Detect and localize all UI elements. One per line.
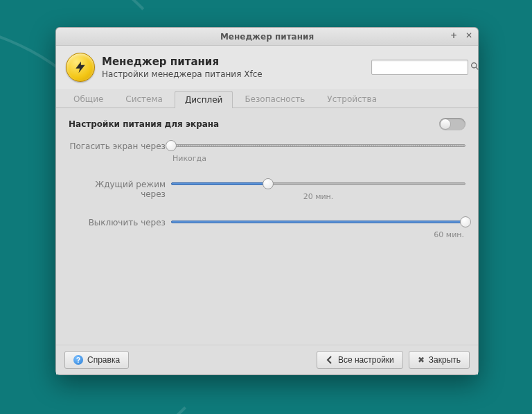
header-title: Менеджер питания <box>102 55 364 68</box>
blank-screen-value: Никогда <box>171 154 466 163</box>
content-area: Настройки питания для экрана Погасить эк… <box>56 108 478 345</box>
window-title: Менеджер питания <box>220 32 314 42</box>
help-icon: ? <box>73 355 83 365</box>
tab-security[interactable]: Безопасность <box>234 90 315 107</box>
header-subtitle: Настройки менеджера питания Xfce <box>102 69 364 79</box>
tab-system[interactable]: Система <box>115 90 173 107</box>
all-settings-button[interactable]: Все настройки <box>317 351 403 369</box>
svg-line-1 <box>476 67 478 69</box>
titlebar[interactable]: Менеджер питания + ✕ <box>56 28 478 46</box>
search-icon <box>470 62 479 73</box>
blank-screen-slider[interactable] <box>171 140 466 151</box>
suspend-value: 20 мин. <box>171 192 466 201</box>
suspend-slider[interactable] <box>171 178 466 189</box>
close-button[interactable]: ✖ Закрыть <box>409 351 470 369</box>
blank-screen-label: Погасить экран через <box>69 140 171 151</box>
power-manager-window: Менеджер питания + ✕ Менеджер питания На… <box>55 27 479 375</box>
toggle-knob <box>440 119 451 130</box>
help-label: Справка <box>87 355 120 365</box>
power-bolt-icon <box>66 53 95 82</box>
close-window-button[interactable]: ✕ <box>464 31 474 40</box>
tabbar: Общие Система Дисплей Безопасность Устро… <box>56 89 478 108</box>
off-slider[interactable] <box>171 216 466 227</box>
all-settings-label: Все настройки <box>338 355 394 365</box>
header: Менеджер питания Настройки менеджера пит… <box>56 46 478 89</box>
search-field[interactable] <box>375 63 470 71</box>
display-power-toggle[interactable] <box>439 118 466 130</box>
close-icon: ✖ <box>418 355 425 365</box>
back-arrow-icon <box>326 356 334 364</box>
suspend-label: Ждущий режим через <box>69 178 171 199</box>
off-label: Выключить через <box>69 216 171 227</box>
help-button[interactable]: ? Справка <box>64 351 129 369</box>
footer: ? Справка Все настройки ✖ Закрыть <box>56 345 478 374</box>
minimize-button[interactable]: + <box>449 31 459 40</box>
off-value: 60 мин. <box>171 230 466 239</box>
tab-devices[interactable]: Устройства <box>317 90 387 107</box>
tab-general[interactable]: Общие <box>63 90 114 107</box>
search-input[interactable] <box>371 60 468 75</box>
tab-display[interactable]: Дисплей <box>175 91 233 108</box>
section-title: Настройки питания для экрана <box>69 119 219 129</box>
svg-point-0 <box>472 63 477 68</box>
close-label: Закрыть <box>429 355 461 365</box>
